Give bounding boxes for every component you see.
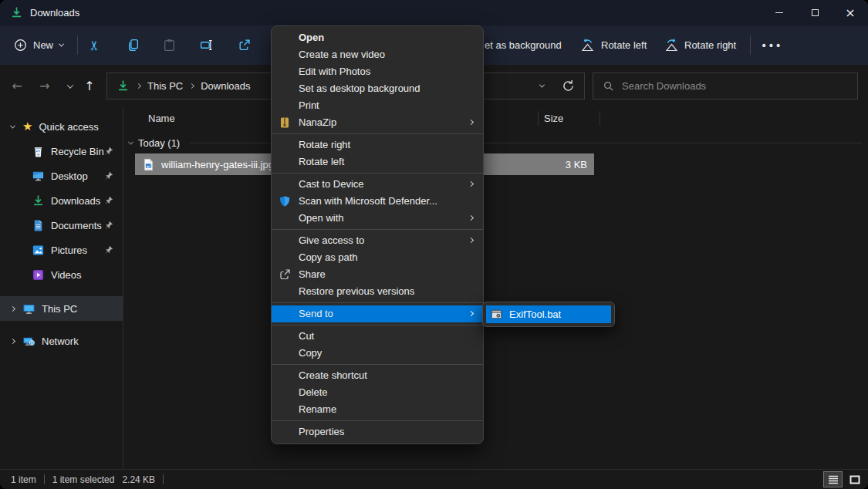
expand-chevron-icon[interactable] <box>9 338 15 343</box>
menu-item-rotate-left[interactable]: Rotate left <box>272 153 483 170</box>
rotate-left-button[interactable]: Rotate left <box>580 25 647 65</box>
menu-item-create-shortcut[interactable]: Create shortcut <box>272 367 483 384</box>
menu-item-label: Edit with Photos <box>299 66 370 77</box>
expand-chevron-icon[interactable] <box>9 123 15 128</box>
titlebar: Downloads × <box>0 0 868 25</box>
column-header-name[interactable]: Name <box>148 113 175 124</box>
defender-shield-icon <box>279 195 291 207</box>
cut-button[interactable]: ✂ <box>89 25 100 65</box>
sidebar-item-label: Downloads <box>51 195 100 207</box>
recent-locations-button[interactable] <box>61 65 79 107</box>
sidebar-item-network[interactable]: Network <box>0 329 123 353</box>
set-as-background-button[interactable]: et as background <box>485 25 562 65</box>
column-separator[interactable] <box>538 111 539 126</box>
group-header-today[interactable]: Today (1) <box>129 135 862 150</box>
minimize-icon <box>775 12 783 13</box>
menu-item-print[interactable]: Print <box>272 97 483 114</box>
column-header-size[interactable]: Size <box>544 113 563 124</box>
new-button[interactable]: New <box>9 25 68 65</box>
menu-separator <box>272 364 483 365</box>
group-collapse-icon[interactable] <box>128 139 133 144</box>
chevron-down-icon <box>67 82 73 88</box>
menu-item-send-to[interactable]: Send to <box>272 305 483 322</box>
sidebar-item-downloads[interactable]: Downloads <box>0 188 123 213</box>
sidebar-item-recycle-bin[interactable]: Recycle Bin <box>0 139 123 164</box>
menu-item-open[interactable]: Open <box>272 29 483 46</box>
breadcrumb-chevron-icon <box>136 83 141 89</box>
rotate-right-label: Rotate right <box>684 39 736 51</box>
sidebar-item-pictures[interactable]: Pictures <box>0 238 123 262</box>
menu-item-copy[interactable]: Copy <box>272 345 483 362</box>
close-button[interactable]: × <box>833 0 868 25</box>
downloads-folder-icon <box>32 194 45 207</box>
paste-button[interactable] <box>163 25 176 65</box>
submenu-item-label: ExifTool.bat <box>509 309 561 320</box>
menu-item-label: Restore previous versions <box>299 285 414 297</box>
details-view-button[interactable] <box>823 471 843 487</box>
context-menu: Open Create a new video Edit with Photos… <box>271 25 484 444</box>
sidebar-item-quick-access[interactable]: ★ Quick access <box>0 114 123 139</box>
status-bar: 1 item 1 item selected 2.24 KB <box>0 469 868 489</box>
rename-button[interactable] <box>200 25 213 65</box>
column-separator[interactable] <box>599 111 600 126</box>
submenu-chevron-icon <box>468 238 474 243</box>
menu-item-open-with[interactable]: Open with <box>272 210 483 227</box>
menu-item-give-access-to[interactable]: Give access to <box>272 232 483 249</box>
back-button[interactable]: ← <box>8 65 26 107</box>
thumbnail-view-button[interactable] <box>845 471 864 487</box>
sidebar-item-label: Quick access <box>39 121 98 133</box>
submenu-chevron-icon <box>468 215 474 221</box>
pin-icon <box>103 245 113 255</box>
maximize-button[interactable] <box>797 0 833 25</box>
refresh-button[interactable] <box>562 79 575 93</box>
sidebar-item-label: Documents <box>51 220 102 231</box>
menu-item-rotate-right[interactable]: Rotate right <box>272 137 483 153</box>
submenu-item-exiftool[interactable]: ExifTool.bat <box>486 305 611 323</box>
sidebar-item-documents[interactable]: Documents <box>0 213 123 238</box>
menu-item-label: Rotate left <box>299 156 344 167</box>
share-button[interactable] <box>238 25 251 65</box>
sidebar-item-this-pc[interactable]: This PC <box>0 296 123 321</box>
menu-item-create-new-video[interactable]: Create a new video <box>272 46 483 63</box>
expand-chevron-icon[interactable] <box>9 305 15 311</box>
menu-item-scan-with-defender[interactable]: Scan with Microsoft Defender... <box>272 193 483 210</box>
menu-item-cast-to-device[interactable]: Cast to Device <box>272 176 483 193</box>
menu-item-properties[interactable]: Properties <box>272 423 483 440</box>
menu-item-cut[interactable]: Cut <box>272 328 483 345</box>
sidebar-item-label: Pictures <box>51 244 87 256</box>
menu-item-restore-previous-versions[interactable]: Restore previous versions <box>272 283 483 300</box>
forward-button[interactable]: → <box>35 65 54 107</box>
minimize-button[interactable] <box>762 0 797 25</box>
sidebar-item-label: Desktop <box>51 170 88 182</box>
menu-item-label: Create a new video <box>299 49 385 60</box>
menu-item-copy-as-path[interactable]: Copy as path <box>272 249 483 266</box>
menu-item-label: Set as desktop background <box>299 83 420 94</box>
sidebar-item-desktop[interactable]: Desktop <box>0 164 123 188</box>
menu-item-share[interactable]: Share <box>272 266 483 283</box>
forward-icon: → <box>39 79 49 93</box>
rotate-right-button[interactable]: Rotate right <box>664 25 736 65</box>
breadcrumb-this-pc[interactable]: This PC <box>147 80 183 92</box>
up-button[interactable]: ↑ <box>80 65 99 107</box>
batch-file-icon <box>491 309 502 320</box>
menu-item-delete[interactable]: Delete <box>272 384 483 401</box>
search-box <box>593 73 858 99</box>
downloads-folder-icon <box>10 6 23 19</box>
menu-item-label: Print <box>299 99 319 111</box>
menu-item-rename[interactable]: Rename <box>272 401 483 418</box>
menu-item-nanazip[interactable]: NanaZip <box>272 114 483 131</box>
menu-item-label: Properties <box>299 426 344 437</box>
more-options-button[interactable]: ••• <box>761 25 782 65</box>
menu-item-edit-with-photos[interactable]: Edit with Photos <box>272 63 483 80</box>
copy-button[interactable] <box>127 25 140 65</box>
file-size: 3 KB <box>566 159 587 170</box>
breadcrumb-downloads[interactable]: Downloads <box>201 80 250 92</box>
pin-icon <box>103 221 113 231</box>
menu-item-label: Give access to <box>299 234 364 246</box>
menu-item-set-desktop-background[interactable]: Set as desktop background <box>272 80 483 97</box>
search-icon <box>603 80 614 92</box>
search-input[interactable] <box>622 80 848 92</box>
sidebar-item-videos[interactable]: Videos <box>0 262 123 287</box>
up-icon: ↑ <box>84 79 94 93</box>
address-dropdown-icon[interactable] <box>539 83 545 88</box>
